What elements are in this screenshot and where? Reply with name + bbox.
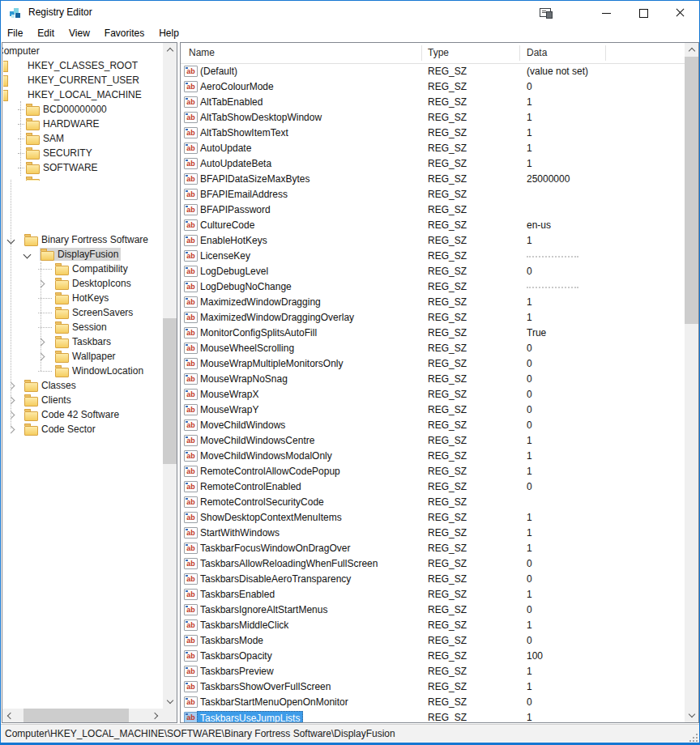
chevron-icon[interactable] [37,353,45,361]
column-header-data[interactable]: Data [527,43,547,63]
tree-node[interactable] [2,175,163,181]
scroll-right-arrow[interactable] [149,709,163,722]
registry-value-row[interactable]: ab AutoUpdateBeta REG_SZ 1 [181,156,685,172]
tree-node[interactable]: Binary Fortress Software [2,232,163,247]
registry-value-row[interactable]: ab RemoteControlEnabled REG_SZ 0 [181,479,685,495]
registry-value-row[interactable]: ab TaskbarsUseJumpLists REG_SZ 1 [181,710,685,722]
chevron-icon[interactable] [7,397,15,405]
registry-value-row[interactable]: ab MoveChildWindowsCentre REG_SZ 1 [181,433,685,449]
registry-value-row[interactable]: ab TaskbarsAllowReloadingWhenFullScreen … [181,556,685,572]
registry-value-row[interactable]: ab CultureCode REG_SZ en-us [181,218,685,233]
title-bar[interactable]: Registry Editor [1,1,699,24]
scroll-left-arrow[interactable] [2,709,16,722]
registry-value-row[interactable]: ab AutoUpdate REG_SZ 1 [181,141,685,156]
tree-node[interactable]: SOFTWARE [2,160,163,175]
scroll-down-arrow[interactable] [685,709,698,722]
scrollbar-thumb[interactable] [23,709,129,722]
registry-value-row[interactable]: ab StartWithWindows REG_SZ 1 [181,526,685,541]
resize-grip-icon[interactable] [687,731,698,742]
registry-value-row[interactable]: ab TaskbarsDisableAeroTransparency REG_S… [181,572,685,587]
registry-value-row[interactable]: ab BFAPIDataSizeMaxBytes REG_SZ 25000000 [181,172,685,187]
registry-value-row[interactable]: ab TaskbarsShowOverFullScreen REG_SZ 1 [181,679,685,695]
tree-node[interactable]: Wallpaper [2,349,163,364]
registry-value-row[interactable]: ab ShowDesktopContextMenuItems REG_SZ 1 [181,510,685,526]
scroll-down-arrow[interactable] [163,695,177,709]
scroll-up-arrow[interactable] [163,43,177,57]
registry-value-row[interactable]: ab MouseWrapX REG_SZ 0 [181,387,685,402]
chevron-icon[interactable] [37,338,45,347]
tree-node[interactable]: HARDWARE [2,117,163,131]
menu-item-view[interactable]: View [62,24,97,42]
tree-node[interactable]: Classes [2,378,163,393]
scroll-up-arrow[interactable] [685,43,698,57]
column-header-type[interactable]: Type [428,43,449,63]
registry-value-row[interactable]: ab BFAPIPassword REG_SZ [181,202,685,218]
tree-node[interactable]: Code 42 Software [2,407,163,422]
registry-value-row[interactable]: ab TaskbarFocusWindowOnDragOver REG_SZ 1 [181,541,685,556]
registry-value-row[interactable]: ab MonitorConfigSplitsAutoFill REG_SZ Tr… [181,326,685,341]
column-separator[interactable] [519,45,520,61]
displayfusion-titlebar-button[interactable] [527,1,564,24]
chevron-icon[interactable] [7,411,15,419]
tree-node[interactable]: SECURITY [2,146,163,160]
menu-item-help[interactable]: Help [152,24,186,42]
tree-node[interactable]: BCD00000000 [2,102,163,117]
registry-value-row[interactable]: ab AeroColourMode REG_SZ 0 [181,79,685,95]
column-separator[interactable] [605,45,606,61]
registry-value-row[interactable]: ab TaskbarsIgnoreAltStartMenus REG_SZ 0 [181,602,685,618]
registry-value-row[interactable]: ab AltTabShowItemText REG_SZ 1 [181,126,685,141]
registry-value-row[interactable]: ab MoveChildWindows REG_SZ 0 [181,418,685,433]
registry-value-row[interactable]: ab TaskbarsMiddleClick REG_SZ 1 [181,618,685,633]
tree-node[interactable]: Code Sector [2,422,163,436]
registry-value-row[interactable]: ab MoveChildWindowsModalOnly REG_SZ 1 [181,449,685,464]
tree-node[interactable]: HKEY_LOCAL_MACHINE [2,87,163,102]
registry-value-row[interactable]: ab TaskbarsPreview REG_SZ 1 [181,664,685,679]
registry-value-row[interactable]: ab MaximizedWindowDragging REG_SZ 1 [181,295,685,310]
tree-node[interactable]: DisplayFusion [2,247,163,262]
close-button[interactable] [662,1,698,24]
registry-value-row[interactable]: ab LogDebugNoChange REG_SZ [181,279,685,295]
tree-horizontal-scrollbar[interactable] [2,709,163,722]
registry-value-row[interactable]: ab AltTabShowDesktopWindow REG_SZ 1 [181,110,685,126]
tree-node[interactable]: Computer [2,44,163,58]
menu-item-file[interactable]: File [1,24,30,42]
scrollbar-thumb[interactable] [685,57,698,324]
minimize-button[interactable] [588,1,625,24]
registry-value-row[interactable]: ab LicenseKey REG_SZ [181,249,685,264]
chevron-icon[interactable] [23,251,32,259]
chevron-icon[interactable] [37,280,45,288]
registry-value-row[interactable]: ab BFAPIEmailAddress REG_SZ [181,187,685,202]
registry-value-row[interactable]: ab TaskbarsMode REG_SZ 0 [181,633,685,649]
list-vertical-scrollbar[interactable] [685,43,698,722]
chevron-icon[interactable] [7,426,15,434]
tree-node[interactable]: Session [2,320,163,334]
menu-item-edit[interactable]: Edit [30,24,62,42]
registry-value-row[interactable]: ab MaximizedWindowDraggingOverlay REG_SZ… [181,310,685,326]
registry-value-row[interactable]: ab TaskbarsOpacity REG_SZ 100 [181,649,685,664]
registry-value-row[interactable]: ab MouseWrapY REG_SZ 0 [181,402,685,418]
chevron-icon[interactable] [7,236,15,245]
registry-value-row[interactable]: ab LogDebugLevel REG_SZ 0 [181,264,685,279]
registry-value-row[interactable]: ab MouseWrapMultipleMonitorsOnly REG_SZ … [181,356,685,372]
tree-vertical-scrollbar[interactable] [163,43,177,709]
tree-node[interactable]: WindowLocation [2,364,163,378]
tree-node[interactable]: Clients [2,393,163,407]
tree-node[interactable]: Compatibility [2,262,163,276]
registry-value-row[interactable]: ab EnableHotKeys REG_SZ 1 [181,233,685,249]
maximize-button[interactable] [625,1,661,24]
scrollbar-thumb[interactable] [163,318,177,464]
menu-item-favorites[interactable]: Favorites [97,24,152,42]
registry-value-row[interactable]: ab MouseWrapNoSnag REG_SZ 0 [181,372,685,387]
tree-node[interactable]: DesktopIcons [2,276,163,291]
tree-node[interactable]: HKEY_CLASSES_ROOT [2,58,163,73]
chevron-icon[interactable] [7,382,15,390]
tree-node[interactable]: HotKeys [2,291,163,305]
registry-value-row[interactable]: ab RemoteControlAllowCodePopup REG_SZ 1 [181,464,685,479]
tree-node[interactable]: SAM [2,131,163,146]
registry-value-row[interactable]: ab RemoteControlSecurityCode REG_SZ [181,495,685,510]
registry-value-row[interactable]: ab AltTabEnabled REG_SZ 1 [181,95,685,110]
registry-value-row[interactable]: ab MouseWheelScrolling REG_SZ 0 [181,341,685,356]
tree-node[interactable]: HKEY_CURRENT_USER [2,73,163,87]
tree-node[interactable]: Taskbars [2,334,163,349]
registry-value-row[interactable]: ab (Default) REG_SZ (value not set) [181,64,685,79]
